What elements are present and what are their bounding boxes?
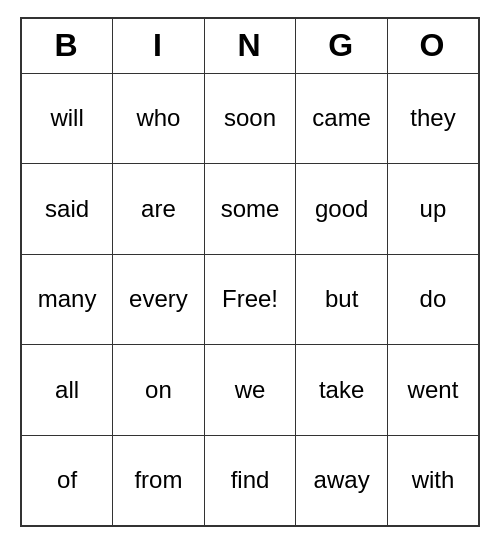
bingo-cell-1-2: some (204, 164, 296, 255)
bingo-cell-4-3: away (296, 435, 388, 526)
bingo-cell-2-1: every (113, 254, 205, 345)
bingo-cell-2-0: many (21, 254, 113, 345)
header-cell-b: B (21, 18, 113, 73)
bingo-cell-0-1: who (113, 73, 205, 164)
bingo-cell-3-1: on (113, 345, 205, 436)
header-cell-o: O (387, 18, 479, 73)
bingo-row-2: manyeveryFree!butdo (21, 254, 479, 345)
header-row: BINGO (21, 18, 479, 73)
bingo-cell-3-4: went (387, 345, 479, 436)
bingo-cell-2-4: do (387, 254, 479, 345)
bingo-cell-0-4: they (387, 73, 479, 164)
bingo-cell-3-3: take (296, 345, 388, 436)
bingo-cell-0-0: will (21, 73, 113, 164)
bingo-cell-4-1: from (113, 435, 205, 526)
bingo-cell-0-2: soon (204, 73, 296, 164)
bingo-cell-1-1: are (113, 164, 205, 255)
bingo-card: BINGO willwhosooncametheysaidaresomegood… (20, 17, 480, 527)
bingo-cell-1-0: said (21, 164, 113, 255)
bingo-cell-4-2: find (204, 435, 296, 526)
bingo-cell-4-4: with (387, 435, 479, 526)
bingo-cell-2-2: Free! (204, 254, 296, 345)
header-cell-i: I (113, 18, 205, 73)
bingo-row-4: offromfindawaywith (21, 435, 479, 526)
bingo-cell-0-3: came (296, 73, 388, 164)
header-cell-n: N (204, 18, 296, 73)
header-cell-g: G (296, 18, 388, 73)
bingo-row-1: saidaresomegoodup (21, 164, 479, 255)
bingo-cell-1-3: good (296, 164, 388, 255)
bingo-cell-3-0: all (21, 345, 113, 436)
bingo-row-0: willwhosooncamethey (21, 73, 479, 164)
bingo-row-3: allonwetakewent (21, 345, 479, 436)
bingo-cell-3-2: we (204, 345, 296, 436)
bingo-cell-1-4: up (387, 164, 479, 255)
bingo-cell-2-3: but (296, 254, 388, 345)
bingo-cell-4-0: of (21, 435, 113, 526)
